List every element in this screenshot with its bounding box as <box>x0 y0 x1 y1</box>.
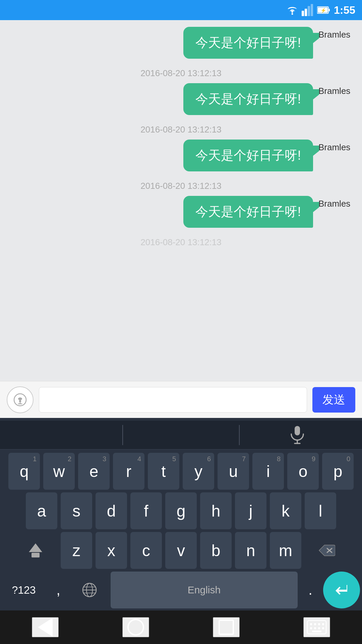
key-e[interactable]: 3 e <box>78 453 110 490</box>
message-row: 今天是个好日子呀! Bramles <box>0 83 362 115</box>
key-q[interactable]: 1 q <box>8 453 40 490</box>
key-g[interactable]: g <box>165 492 197 529</box>
key-c[interactable]: c <box>130 532 162 569</box>
key-b[interactable]: b <box>200 532 232 569</box>
svg-rect-10 <box>19 400 21 402</box>
svg-rect-29 <box>314 627 316 629</box>
keyboard-key-rows: 1 q 2 w 3 e 4 r 5 t 6 y <box>0 449 362 610</box>
message-bubble: 今天是个好日子呀! <box>183 27 313 59</box>
svg-rect-3 <box>311 4 313 16</box>
key-y[interactable]: 6 y <box>183 453 214 490</box>
key-m[interactable]: m <box>270 532 301 569</box>
home-button[interactable] <box>122 617 149 637</box>
key-o[interactable]: 9 o <box>287 453 319 490</box>
key-row-1: 1 q 2 w 3 e 4 r 5 t 6 y <box>2 453 360 490</box>
status-bar: ⚡ 1:55 <box>0 0 362 20</box>
key-x[interactable]: x <box>96 532 127 569</box>
key-row-2: a s d f g h j k l <box>2 492 360 529</box>
backspace-key[interactable] <box>305 532 348 569</box>
shift-key[interactable] <box>14 532 57 569</box>
signal-icon <box>302 4 314 16</box>
enter-key[interactable] <box>323 572 360 608</box>
key-p[interactable]: 0 p <box>322 453 354 490</box>
backspace-icon <box>318 544 335 557</box>
key-i[interactable]: 8 i <box>252 453 284 490</box>
keyboard-toggle-button[interactable] <box>303 617 330 637</box>
svg-rect-26 <box>318 623 320 625</box>
key-n[interactable]: n <box>235 532 266 569</box>
period-key[interactable]: . <box>300 572 320 608</box>
input-bar: 发送 <box>0 381 362 418</box>
svg-point-9 <box>18 397 22 400</box>
key-a[interactable]: a <box>26 492 57 529</box>
key-w[interactable]: 2 w <box>43 453 75 490</box>
space-key[interactable]: English <box>111 572 298 608</box>
comma-key[interactable]: , <box>48 572 68 608</box>
message-group: 今天是个好日子呀! Bramles <box>0 27 362 59</box>
message-group: 2016-08-20 13:12:13 <box>0 231 362 252</box>
key-t[interactable]: 5 t <box>148 453 179 490</box>
suggestion-divider <box>122 425 123 445</box>
message-timestamp: 2016-08-20 13:12:13 <box>140 181 221 191</box>
svg-rect-0 <box>302 11 304 16</box>
svg-rect-27 <box>322 623 324 625</box>
message-input[interactable] <box>39 387 307 413</box>
sender-name: Bramles <box>318 30 352 40</box>
message-group: 2016-08-20 13:12:13 今天是个好日子呀! Bramles <box>0 62 362 115</box>
svg-rect-28 <box>310 627 312 629</box>
svg-rect-2 <box>308 6 310 16</box>
back-button[interactable] <box>32 617 59 637</box>
battery-icon: ⚡ <box>317 5 330 15</box>
sender-name: Bramles <box>318 86 352 96</box>
recent-icon <box>219 620 234 635</box>
message-bubble: 今天是个好日子呀! <box>183 140 313 171</box>
key-h[interactable]: h <box>200 492 232 529</box>
globe-key[interactable] <box>71 572 108 608</box>
key-row-3: z x c v b n m <box>2 532 360 569</box>
mic-icon <box>290 425 305 445</box>
key-s[interactable]: s <box>61 492 92 529</box>
message-bubble: 今天是个好日子呀! <box>183 83 313 115</box>
key-f[interactable]: f <box>130 492 162 529</box>
key-d[interactable]: d <box>96 492 127 529</box>
key-v[interactable]: v <box>165 532 197 569</box>
message-group: 2016-08-20 13:12:13 今天是个好日子呀! Bramles <box>0 175 362 228</box>
status-time: 1:55 <box>334 4 355 16</box>
voice-icon <box>13 393 27 407</box>
voice-button[interactable] <box>7 386 34 413</box>
message-timestamp: 2016-08-20 13:12:13 <box>140 124 221 135</box>
home-icon <box>127 619 144 636</box>
message-row: 今天是个好日子呀! Bramles <box>0 27 362 59</box>
globe-icon <box>82 583 97 597</box>
svg-rect-32 <box>312 631 321 632</box>
key-z[interactable]: z <box>61 532 92 569</box>
keyboard: 1 q 2 w 3 e 4 r 5 t 6 y <box>0 418 362 610</box>
send-button[interactable]: 发送 <box>312 387 355 413</box>
recent-apps-button[interactable] <box>213 617 240 637</box>
message-bubble: 今天是个好日子呀! <box>183 196 313 228</box>
svg-rect-13 <box>295 426 300 435</box>
keyboard-nav-icon <box>307 620 327 635</box>
wifi-icon <box>286 5 298 15</box>
status-icons: ⚡ 1:55 <box>286 4 355 16</box>
svg-rect-24 <box>310 623 312 625</box>
back-icon <box>38 618 53 637</box>
shift-icon <box>29 543 42 557</box>
message-row: 今天是个好日子呀! Bramles <box>0 196 362 228</box>
message-timestamp: 2016-08-20 13:12:13 <box>140 68 221 78</box>
key-r[interactable]: 4 r <box>113 453 144 490</box>
sender-name: Bramles <box>318 199 352 209</box>
svg-rect-6 <box>328 9 330 11</box>
svg-rect-30 <box>318 627 320 629</box>
key-k[interactable]: k <box>270 492 301 529</box>
svg-rect-25 <box>314 623 316 625</box>
key-row-4: ?123 , English . <box>2 572 360 608</box>
key-j[interactable]: j <box>235 492 266 529</box>
svg-text:⚡: ⚡ <box>320 8 326 13</box>
message-row: 今天是个好日子呀! Bramles <box>0 140 362 171</box>
message-group: 2016-08-20 13:12:13 今天是个好日子呀! Bramles <box>0 118 362 171</box>
key-l[interactable]: l <box>305 492 336 529</box>
key-u[interactable]: 7 u <box>218 453 249 490</box>
numbers-key[interactable]: ?123 <box>2 572 46 608</box>
suggestion-slot-right[interactable] <box>240 425 355 445</box>
